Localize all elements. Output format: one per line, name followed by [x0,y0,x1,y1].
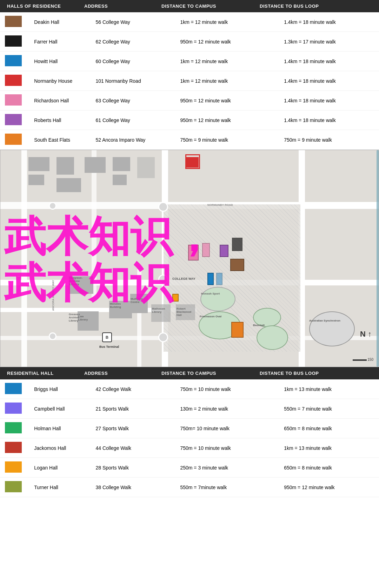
hall-dist-bus: 750m = 9 minute walk [279,130,379,150]
res-hall-address: 44 College Walk [91,438,175,458]
table-row: South East Flats 52 Ancora Imparo Way 75… [0,130,379,150]
res-hall-address: 21 Sports Walk [91,399,175,419]
hall-color-swatch [5,16,22,27]
res-dist-bus: 1km = 13 minute walk [279,438,379,458]
res-hall-name: Jackomos Hall [29,438,91,458]
color-cell [0,12,29,32]
table-row: Roberts Hall 61 College Way 950m = 12 mi… [0,110,379,130]
res-dist-bus: 950m = 12 minute walk [279,478,379,497]
hall-address: 62 College Way [91,32,175,52]
res-dist-campus: 750m= 10 minute walk [175,419,279,438]
hall-color-swatch [5,94,22,106]
color-cell [0,458,29,478]
color-cell [0,110,29,130]
halls-col4-header: DISTANCE TO BUS LOOP [260,4,351,9]
halls-col3-header: DISTANCE TO CAMPUS [161,4,260,9]
res-dist-bus: 650m = 8 minute walk [279,458,379,478]
res-hall-name: Logan Hall [29,458,91,478]
table-row: Jackomos Hall 44 College Walk 750m = 10 … [0,438,379,458]
res-hall-address: 42 College Walk [91,379,175,399]
baseball-label: Baseball [253,324,265,327]
campus-map: NORMANBY ROAD COLLEGE WAY ANCORA IMPARO … [0,150,379,367]
hall-dist-bus: 1.4km = 18 minute walk [279,91,379,110]
res-dist-bus: 550m = 7 minute walk [279,399,379,419]
residential-header: RESIDENTIAL HALL ADDRESS DISTANCE TO CAM… [0,367,379,379]
hall-name: Richardson Hall [29,91,91,110]
hall-dist-bus: 1.4km = 18 minute walk [279,12,379,32]
hall-address: 60 College Way [91,52,175,71]
color-cell [0,379,29,399]
hall-color-swatch [5,134,22,145]
table-row: Deakin Hall 56 College Way 1km = 12 minu… [0,12,379,32]
color-cell [0,130,29,150]
res-hall-name: Holman Hall [29,419,91,438]
table-row: Campbell Hall 21 Sports Walk 130m = 2 mi… [0,399,379,419]
res-color-swatch [5,461,22,473]
hall-dist-campus: 1km = 12 minute walk [175,12,279,32]
table-row: Briggs Hall 42 College Walk 750m = 10 mi… [0,379,379,399]
res-color-swatch [5,383,22,394]
res-dist-campus: 750m = 10 minute walk [175,379,279,399]
res-color-swatch [5,422,22,433]
hall-dist-campus: 1km = 12 minute walk [175,52,279,71]
table-row: Richardson Hall 63 College Way 950m = 12… [0,91,379,110]
hall-address: 63 College Way [91,91,175,110]
hall-address: 61 College Way [91,110,175,130]
color-cell [0,438,29,458]
res-dist-campus: 250m = 3 minute walk [175,458,279,478]
table-row: Howitt Hall 60 College Way 1km = 12 minu… [0,52,379,71]
res-hall-address: 28 Sports Walk [91,458,175,478]
scale-bar: 150 [353,358,373,361]
matheson-label: MathesonLibrary [152,307,165,313]
color-cell [0,32,29,52]
res-hall-address: 38 College Walk [91,478,175,497]
hall-color-swatch [5,75,22,86]
halls-col2-header: ADDRESS [84,4,161,9]
halls-col1-header: HALLS OF RESIDENCE [7,4,84,9]
compass: N ↑ [360,330,372,339]
res-color-swatch [5,403,22,414]
bus-icon: B [102,332,112,342]
residential-table: Briggs Hall 42 College Walk 750m = 10 mi… [0,379,379,497]
hall-name: Normanby House [29,71,91,91]
bus-terminal-label: Bus Terminal [99,345,119,349]
res-col2-header: ADDRESS [84,371,161,376]
law-label: LawLibrary [78,315,88,321]
hall-dist-campus: 950m = 12 minute walk [175,110,279,130]
table-row: Logan Hall 28 Sports Walk 250m = 3 minut… [0,458,379,478]
color-cell [0,419,29,438]
res-col1-header: RESIDENTIAL HALL [7,371,84,376]
hall-address: 56 College Way [91,12,175,32]
hall-dist-campus: 1km = 12 minute walk [175,71,279,91]
hall-dist-bus: 1.3km = 17 minute walk [279,32,379,52]
synchrotron-label: Australian Synchrotron [309,319,340,322]
hall-address: 52 Ancora Imparo Way [91,130,175,150]
table-row: Turner Hall 38 College Walk 550m = 7minu… [0,478,379,497]
res-color-swatch [5,442,22,453]
hall-color-swatch [5,114,22,125]
color-cell [0,71,29,91]
hall-dist-campus: 950m = 12 minute walk [175,91,279,110]
halls-header: HALLS OF RESIDENCE ADDRESS DISTANCE TO C… [0,0,379,12]
res-dist-campus: 550m = 7minute walk [175,478,279,497]
hall-name: Howitt Hall [29,52,91,71]
halls-table: Deakin Hall 56 College Way 1km = 12 minu… [0,12,379,150]
hall-name: South East Flats [29,130,91,150]
hall-dist-bus: 1.4km = 18 minute walk [279,52,379,71]
rbt-blackwood-label: RobertBlackwoodHall [177,307,191,317]
hall-color-swatch [5,35,22,47]
hall-dist-bus: 1.4km = 18 minute walk [279,110,379,130]
table-row: Holman Hall 27 Sports Walk 750m= 10 minu… [0,419,379,438]
res-color-swatch [5,481,22,492]
color-cell [0,52,29,71]
color-cell [0,478,29,497]
watermark-text: 武术知识， 武术知识 [4,213,214,306]
hall-name: Farrer Hall [29,32,91,52]
normanby-road-label: NORMANBY ROAD [207,203,233,207]
freemason-label: Freemason Oval [200,315,221,318]
table-row: Normanby House 101 Normanby Road 1km = 1… [0,71,379,91]
hall-name: Deakin Hall [29,12,91,32]
table-row: Farrer Hall 62 College Way 950m = 12 min… [0,32,379,52]
res-hall-address: 27 Sports Walk [91,419,175,438]
res-col3-header: DISTANCE TO CAMPUS [161,371,260,376]
